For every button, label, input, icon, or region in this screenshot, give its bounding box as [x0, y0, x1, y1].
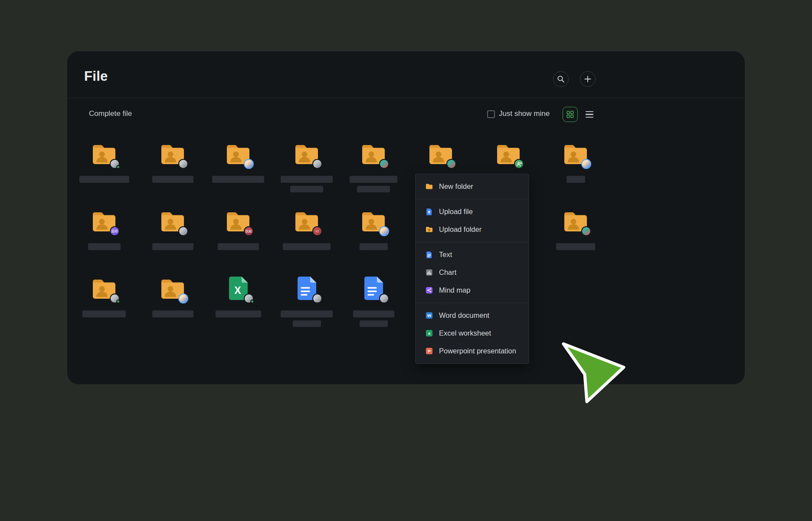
folder-item[interactable]: [341, 140, 406, 192]
folder-item[interactable]: [543, 207, 608, 250]
file-label-skeleton: [360, 243, 388, 250]
doc-text-icon: [425, 251, 433, 259]
file-label-skeleton: [290, 186, 323, 192]
menu-item-upload-file[interactable]: Upload file: [416, 203, 529, 221]
folder-item[interactable]: [72, 140, 137, 183]
avatar-badge: [178, 293, 188, 303]
folder-item[interactable]: [72, 274, 137, 317]
online-status-dot: [250, 300, 254, 303]
file-upload-icon: [425, 208, 433, 216]
file-label-skeleton: [566, 176, 585, 183]
menu-item-text[interactable]: Text: [416, 246, 529, 264]
avatar-badge: [446, 159, 456, 169]
folder-item[interactable]: 悦短: [206, 207, 271, 250]
svg-text:x: x: [428, 331, 431, 336]
file-item[interactable]: [341, 274, 406, 327]
doc-icon: [360, 274, 387, 302]
folder-icon: LI: [293, 207, 321, 235]
powerpoint-icon: P: [425, 347, 433, 355]
folder-upload-icon: [425, 225, 433, 234]
chart-icon: [425, 268, 433, 277]
svg-text:X: X: [234, 285, 241, 296]
folder-icon: [494, 140, 522, 168]
file-item[interactable]: [274, 274, 339, 327]
folder-item[interactable]: [140, 207, 205, 250]
folder-item[interactable]: 志程: [72, 207, 137, 250]
menu-item-label: Chart: [439, 268, 456, 277]
avatar-badge: [178, 226, 188, 236]
menu-item-label: Upload file: [439, 208, 473, 216]
file-label-skeleton: [212, 176, 264, 183]
file-label-skeleton: [281, 310, 333, 317]
file-grid: 志程 悦短 LI X: [67, 51, 745, 384]
avatar-badge: [110, 293, 120, 303]
menu-item-new-folder[interactable]: New folder: [416, 178, 529, 195]
excel-icon: X: [224, 274, 252, 302]
menu-item-word-document[interactable]: WWord document: [416, 307, 529, 324]
folder-item[interactable]: [274, 140, 339, 192]
folder-icon: [159, 274, 187, 302]
folder-icon: [90, 274, 118, 302]
menu-item-excel-worksheet[interactable]: xExcel worksheet: [416, 324, 529, 342]
folder-icon: [427, 140, 455, 168]
menu-item-upload-folder[interactable]: Upload folder: [416, 221, 529, 238]
folder-icon: [562, 207, 589, 235]
menu-group: TextChartMind map: [416, 242, 529, 303]
file-label-skeleton: [88, 243, 121, 250]
menu-item-label: Text: [439, 251, 452, 259]
menu-item-label: Mind map: [439, 286, 470, 294]
avatar-badge: [514, 159, 524, 169]
avatar-badge: [244, 293, 254, 303]
folder-icon: [224, 140, 252, 168]
menu-group: New folder: [416, 174, 529, 199]
context-menu: New folderUpload fileUpload folderTextCh…: [415, 174, 529, 364]
file-label-skeleton: [283, 243, 331, 250]
menu-item-label: Excel worksheet: [439, 329, 491, 337]
word-icon: W: [425, 311, 433, 320]
menu-group: WWord documentxExcel worksheetPPowerpoin…: [416, 303, 529, 363]
menu-item-powerpoint-presentation[interactable]: PPowerpoint presentation: [416, 342, 529, 360]
avatar-badge: [312, 293, 322, 303]
svg-text:P: P: [428, 349, 431, 353]
folder-icon: [360, 207, 387, 235]
menu-item-mind-map[interactable]: Mind map: [416, 281, 529, 299]
file-label-skeleton: [293, 320, 321, 327]
folder-item[interactable]: [140, 140, 205, 183]
file-label-skeleton: [556, 243, 595, 250]
avatar-badge: LI: [312, 226, 322, 236]
avatar-badge: [312, 159, 322, 169]
menu-group: Upload fileUpload folder: [416, 199, 529, 242]
avatar-badge: [244, 159, 254, 169]
folder-icon: [293, 140, 321, 168]
svg-text:W: W: [427, 313, 432, 318]
avatar-badge: [581, 226, 591, 236]
file-label-skeleton: [218, 243, 259, 250]
folder-item[interactable]: LI: [274, 207, 339, 250]
folder-item[interactable]: [206, 140, 271, 183]
file-label-skeleton: [152, 176, 193, 183]
folder-item[interactable]: [543, 140, 608, 183]
folder-icon: [425, 182, 433, 191]
file-label-skeleton: [82, 310, 126, 317]
online-status-dot: [116, 165, 120, 169]
folder-icon: [360, 140, 387, 168]
file-label-skeleton: [281, 176, 333, 183]
avatar-badge: [379, 293, 389, 303]
file-item[interactable]: X: [206, 274, 271, 317]
menu-item-chart[interactable]: Chart: [416, 264, 529, 281]
folder-icon: [90, 140, 118, 168]
file-label-skeleton: [357, 186, 390, 192]
avatar-badge: 悦短: [244, 226, 254, 236]
file-manager-window: File Complete file Just show mine: [67, 51, 745, 384]
online-status-dot: [116, 300, 120, 303]
folder-item[interactable]: [408, 140, 473, 168]
folder-item[interactable]: [140, 274, 205, 317]
folder-item[interactable]: [341, 207, 406, 250]
avatar-badge: 志程: [110, 226, 120, 236]
folder-icon: 志程: [90, 207, 118, 235]
file-label-skeleton: [79, 176, 129, 183]
menu-item-label: Powerpoint presentation: [439, 347, 516, 355]
menu-item-label: Upload folder: [439, 225, 481, 234]
folder-item[interactable]: [476, 140, 541, 168]
folder-icon: [562, 140, 589, 168]
